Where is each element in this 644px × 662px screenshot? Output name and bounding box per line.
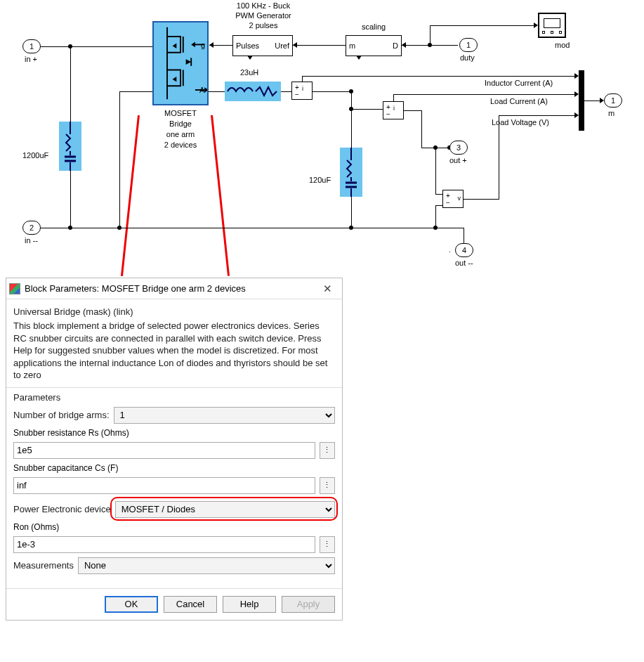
block-inductor[interactable]	[225, 82, 281, 101]
port-out-plus[interactable]: 3	[449, 141, 468, 155]
port-duty-label: duty	[460, 53, 475, 62]
select-meas[interactable]: None	[78, 557, 335, 574]
block-cap-in[interactable]	[59, 122, 81, 171]
dialog-block-parameters: Block Parameters: MOSFET Bridge one arm …	[6, 278, 343, 621]
more-cs[interactable]	[320, 477, 335, 494]
cap-out-label: 120uF	[309, 176, 331, 184]
mosfet-label4: 2 devices	[153, 141, 208, 149]
svg-marker-7	[173, 44, 177, 49]
svg-marker-9	[173, 77, 177, 82]
label-arms: Number of bridge arms:	[13, 410, 110, 420]
port-out-minus-label: out --	[455, 259, 473, 267]
pwm-title1: 100 KHz - Buck	[225, 1, 302, 10]
input-ron[interactable]	[13, 536, 315, 553]
dialog-title: Block Parameters: MOSFET Bridge one arm …	[25, 283, 317, 294]
pwm-title2: PWM Generator	[225, 11, 302, 20]
apply-button[interactable]: Apply	[282, 596, 335, 613]
port-in-plus-label: in +	[25, 55, 37, 63]
signal-il: Inductor Current (A)	[485, 79, 553, 87]
label-device: Power Electronic device	[13, 504, 111, 514]
block-sensor-iload[interactable]: +i−	[383, 101, 404, 119]
input-cs[interactable]	[13, 477, 315, 494]
mosfet-port-g: g	[201, 41, 205, 49]
simulink-icon	[9, 283, 20, 294]
svg-marker-11	[186, 59, 192, 65]
pwm-title3: 2 pulses	[225, 21, 302, 30]
cancel-button[interactable]: Cancel	[164, 596, 217, 613]
parameters-heading: Parameters	[13, 392, 335, 403]
mask-type: Universal Bridge (mask) (link)	[13, 306, 335, 317]
block-mux[interactable]	[579, 70, 584, 131]
callout-line-left	[121, 115, 140, 276]
block-scaling[interactable]: m D	[346, 35, 402, 56]
callout-line-right	[211, 115, 230, 276]
port-in-plus[interactable]: 1	[22, 39, 41, 53]
block-pwm[interactable]: Pulses Uref	[232, 35, 293, 56]
label-ron: Ron (Ohms)	[13, 522, 335, 532]
label-cs: Snubber capacitance Cs (F)	[13, 463, 335, 473]
more-rs[interactable]	[320, 442, 335, 459]
select-arms[interactable]: 1	[114, 407, 335, 424]
port-duty[interactable]: 1	[459, 38, 478, 52]
input-rs[interactable]	[13, 442, 315, 459]
mask-description: This block implement a bridge of selecte…	[13, 320, 335, 382]
more-ron[interactable]	[320, 536, 335, 553]
signal-iload: Load Current (A)	[490, 97, 548, 105]
label-meas: Measurements	[13, 560, 74, 571]
scope-label: mod	[555, 41, 570, 49]
port-m-label: m	[608, 109, 615, 117]
port-out-minus[interactable]: 4	[455, 243, 473, 257]
port-out-plus-label: out +	[449, 156, 467, 164]
select-device[interactable]: MOSFET / Diodes	[115, 501, 335, 518]
block-sensor-il[interactable]: +i−	[291, 82, 313, 100]
cap-in-label: 1200uF	[22, 151, 48, 160]
signal-vload: Load Voltage (V)	[492, 118, 549, 126]
svg-marker-16	[204, 87, 207, 93]
port-in-minus[interactable]: 2	[22, 221, 41, 235]
mosfet-label1: MOSFET	[153, 109, 208, 117]
simulink-diagram: 1 in + 2 in -- 1200uF	[0, 0, 644, 278]
mosfet-port-A: A	[199, 86, 204, 94]
ok-button[interactable]: OK	[105, 596, 158, 613]
svg-marker-14	[191, 42, 195, 48]
port-m[interactable]: 1	[604, 93, 622, 108]
inductor-label: 23uH	[240, 68, 258, 77]
close-icon[interactable]: ✕	[317, 283, 338, 295]
block-scope[interactable]	[538, 13, 566, 38]
label-rs: Snubber resistance Rs (Ohms)	[13, 428, 335, 438]
dialog-titlebar[interactable]: Block Parameters: MOSFET Bridge one arm …	[6, 278, 342, 299]
block-sensor-vload[interactable]: +v−	[442, 190, 464, 208]
port-in-minus-label: in --	[25, 236, 38, 245]
mosfet-label2: Bridge	[153, 119, 208, 128]
block-cap-out[interactable]	[340, 148, 362, 197]
help-button[interactable]: Help	[223, 596, 276, 613]
scaling-title: scaling	[346, 22, 402, 31]
mosfet-label3: one arm	[153, 130, 208, 138]
